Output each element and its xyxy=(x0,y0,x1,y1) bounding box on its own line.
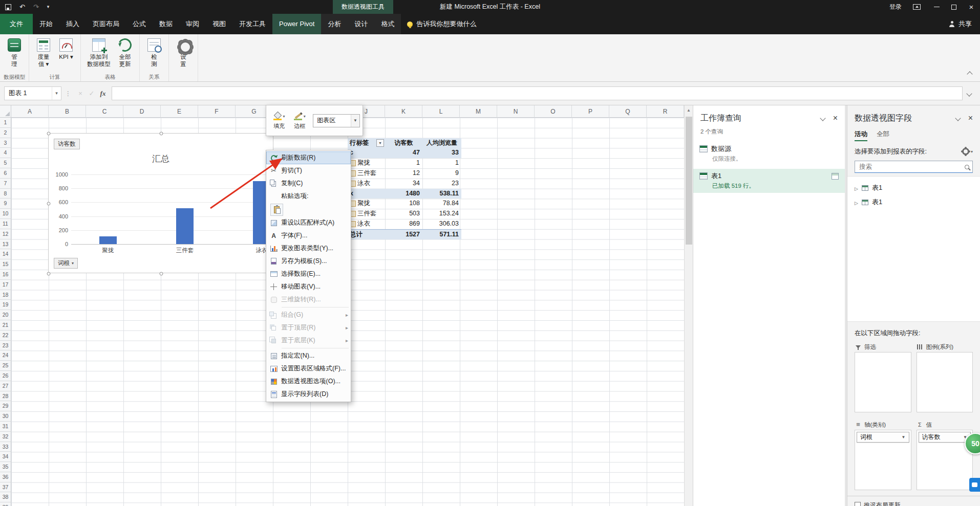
row-header-12[interactable]: 12 xyxy=(0,229,11,239)
row-header-2[interactable]: 2 xyxy=(0,128,11,138)
menu-item-refresh-data[interactable]: 刷新数据(R) xyxy=(266,151,351,164)
column-header-Q[interactable]: Q xyxy=(609,105,647,118)
row-header-37[interactable]: 37 xyxy=(0,482,11,493)
pivot-row[interactable]: c4733 xyxy=(348,148,461,158)
chart-bar-聚拢[interactable] xyxy=(99,236,117,244)
field-table-1[interactable]: 表1 xyxy=(847,181,980,195)
row-header-25[interactable]: 25 xyxy=(0,361,11,371)
area-box-values[interactable]: 访客数▼ xyxy=(917,430,973,490)
search-input[interactable] xyxy=(858,163,965,171)
row-header-35[interactable]: 35 xyxy=(0,462,11,472)
row-header-5[interactable]: 5 xyxy=(0,158,11,168)
row-header-4[interactable]: 4 xyxy=(0,148,11,158)
menu-item-paste[interactable] xyxy=(266,203,351,216)
fields-search-box[interactable] xyxy=(855,161,973,173)
column-header-M[interactable]: M xyxy=(460,105,497,118)
insert-function-icon[interactable]: fx xyxy=(97,90,109,98)
row-header-33[interactable]: 33 xyxy=(0,442,11,452)
paste-option-button[interactable] xyxy=(270,204,283,216)
expand-triangle-icon[interactable] xyxy=(855,184,858,192)
customize-quick-access-icon[interactable]: ▾ xyxy=(47,5,50,9)
maximize-icon[interactable] xyxy=(945,0,963,14)
row-header-17[interactable]: 17 xyxy=(0,280,11,290)
menu-item-rotation-3d[interactable]: 三维旋转(R)... xyxy=(266,293,351,306)
filter-dropdown-icon[interactable]: ▼ xyxy=(376,139,384,147)
menu-item-pivotchart-options[interactable]: 数据透视图选项(O)... xyxy=(266,375,351,388)
loaded-to-sheet-icon[interactable] xyxy=(832,173,839,180)
vertical-scrollbar[interactable]: ▲ xyxy=(684,105,693,506)
chart-axis-field-button[interactable]: 词根 ▾ xyxy=(54,258,78,269)
ribbon-tab-home[interactable]: 开始 xyxy=(33,14,59,34)
formula-bar-expand-icon[interactable] xyxy=(963,92,976,96)
outline-button[interactable]: ▾ 边框 xyxy=(289,110,310,131)
menu-item-cut[interactable]: 剪切(T) xyxy=(266,164,351,177)
row-header-27[interactable]: 27 xyxy=(0,381,11,391)
ribbon-button-manage[interactable]: 管理 xyxy=(4,36,25,69)
ribbon-tab-formulas[interactable]: 公式 xyxy=(126,14,153,34)
area-box-legend[interactable] xyxy=(917,352,973,412)
column-header-R[interactable]: R xyxy=(647,105,684,118)
row-header-7[interactable]: 7 xyxy=(0,179,11,189)
menu-item-copy[interactable]: 复制(C) xyxy=(266,177,351,190)
row-header-13[interactable]: 13 xyxy=(0,239,11,250)
ribbon-button-settings[interactable]: 设置 xyxy=(173,36,194,69)
row-header-24[interactable]: 24 xyxy=(0,350,11,361)
menu-item-send-to-back[interactable]: 置于底层(K)▸ xyxy=(266,334,351,347)
menu-item-change-chart-type[interactable]: 更改图表类型(Y)... xyxy=(266,242,351,255)
row-header-3[interactable]: 3 xyxy=(0,138,11,148)
redo-icon[interactable]: ↷ xyxy=(33,4,39,10)
sign-in-link[interactable]: 登录 xyxy=(889,3,902,11)
chart-bar-三件套[interactable] xyxy=(176,208,194,244)
ribbon-tab-analyze[interactable]: 分析 xyxy=(321,14,348,34)
ribbon-tab-power-pivot[interactable]: Power Pivot xyxy=(272,14,321,34)
row-header-39[interactable]: 39 xyxy=(0,502,11,506)
menu-item-reset-to-match-style[interactable]: 重设以匹配样式(A) xyxy=(266,216,351,229)
row-header-32[interactable]: 32 xyxy=(0,432,11,442)
ribbon-tab-data[interactable]: 数据 xyxy=(153,14,179,34)
field-chip-访客数[interactable]: 访客数▼ xyxy=(919,432,971,443)
pivot-row[interactable]: 泳衣3423 xyxy=(348,179,461,189)
close-icon[interactable]: × xyxy=(963,0,980,14)
tools-button[interactable]: ▾ xyxy=(962,148,973,155)
scroll-up-icon[interactable]: ▲ xyxy=(685,105,693,115)
collapse-ribbon-icon[interactable] xyxy=(967,71,972,77)
ribbon-button-update-all[interactable]: 全部更新 xyxy=(114,36,136,69)
minimize-icon[interactable] xyxy=(928,0,945,14)
field-table-2[interactable]: 表1 xyxy=(847,195,980,209)
close-icon[interactable]: × xyxy=(968,114,973,122)
pivot-chart[interactable]: 访客数 汇总 02004006008001000聚拢三件套泳衣 词根 ▾ xyxy=(48,133,273,273)
row-header-34[interactable]: 34 xyxy=(0,452,11,462)
column-header-P[interactable]: P xyxy=(572,105,609,118)
row-header-21[interactable]: 21 xyxy=(0,320,11,331)
row-header-31[interactable]: 31 xyxy=(0,422,11,432)
save-icon[interactable] xyxy=(5,4,11,10)
query-item-表1[interactable]: 表1已加载 519 行。 xyxy=(693,169,845,193)
ribbon-tab-file[interactable]: 文件 xyxy=(0,14,33,34)
row-header-16[interactable]: 16 xyxy=(0,270,11,280)
ribbon-button-measures[interactable]: 度量值 ▾ xyxy=(33,36,54,69)
pivot-table[interactable]: 行标签▼访客数人均浏览量c4733聚拢11三件套129泳衣3423x148053… xyxy=(348,138,461,239)
name-box-dropdown-icon[interactable]: ▾ xyxy=(52,87,61,100)
ribbon-button-kpi[interactable]: KPI ▾ xyxy=(55,36,77,61)
ribbon-tab-page-layout[interactable]: 页面布局 xyxy=(86,14,126,34)
enter-icon[interactable]: ✓ xyxy=(86,90,97,97)
row-header-8[interactable]: 8 xyxy=(0,189,11,199)
row-header-20[interactable]: 20 xyxy=(0,310,11,320)
floating-blue-widget[interactable] xyxy=(969,478,980,492)
menu-item-assign-macro[interactable]: 指定宏(N)... xyxy=(266,349,351,362)
row-header-10[interactable]: 10 xyxy=(0,209,11,219)
row-header-1[interactable]: 1 xyxy=(0,118,11,128)
column-header-O[interactable]: O xyxy=(535,105,572,118)
area-box-axis[interactable]: 词根▼ xyxy=(855,430,911,490)
row-header-38[interactable]: 38 xyxy=(0,492,11,502)
row-header-19[interactable]: 19 xyxy=(0,300,11,310)
pivot-row[interactable]: x1480538.11 xyxy=(348,189,461,199)
selection-handle[interactable] xyxy=(47,202,51,206)
pivot-row[interactable]: 总计1527571.11 xyxy=(348,229,461,239)
scrollbar-thumb[interactable] xyxy=(686,117,692,245)
column-header-A[interactable]: A xyxy=(11,105,49,118)
menu-item-group[interactable]: 组合(G)▸ xyxy=(266,309,351,321)
menu-item-select-data[interactable]: 选择数据(E)... xyxy=(266,268,351,280)
selection-handle[interactable] xyxy=(160,132,163,136)
column-header-B[interactable]: B xyxy=(49,105,86,118)
